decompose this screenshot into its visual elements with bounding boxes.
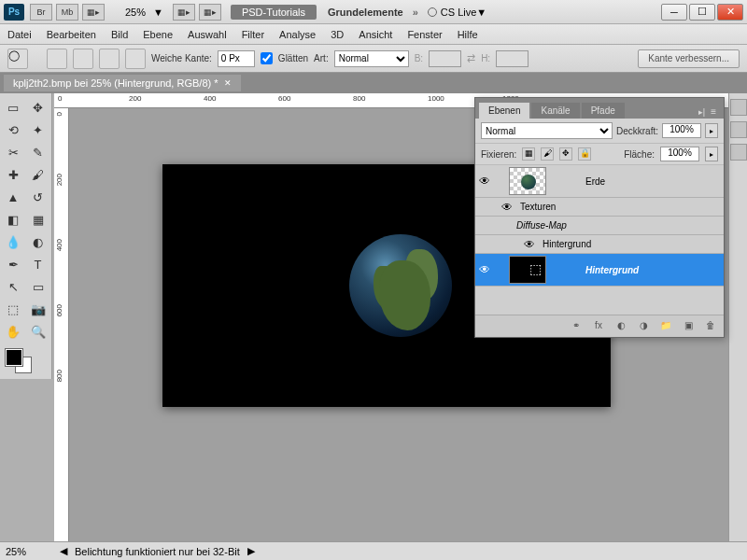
adjustment-layer-icon[interactable]: ◑	[636, 320, 651, 333]
selection-subtract-icon[interactable]	[99, 49, 120, 69]
visibility-icon[interactable]: 👁	[479, 175, 492, 188]
screen-mode-button[interactable]: ▦▸	[173, 4, 195, 21]
panel-menu-icon[interactable]: ≡	[707, 105, 720, 119]
selection-intersect-icon[interactable]	[125, 49, 146, 69]
refine-edge-button[interactable]: Kante verbessern...	[638, 49, 740, 68]
visibility-icon[interactable]: 👁	[524, 238, 537, 251]
document-tab[interactable]: kplj2th2.bmp bei 25% (Hintergrund, RGB/8…	[4, 75, 241, 91]
layer-group-icon[interactable]: 📁	[658, 320, 673, 333]
menu-bild[interactable]: Bild	[111, 29, 128, 40]
color-swatch[interactable]	[2, 347, 49, 375]
shape-tool[interactable]: ▭	[27, 276, 49, 297]
fill-value[interactable]: 100%	[660, 147, 699, 161]
move-tool[interactable]: ✥	[27, 97, 49, 118]
panel-collapse-icon[interactable]: ▸|	[697, 105, 707, 119]
lock-transparency-icon[interactable]: ▦	[522, 147, 535, 161]
lock-position-icon[interactable]: ✥	[559, 147, 572, 161]
menu-fenster[interactable]: Fenster	[407, 29, 442, 40]
dock-icon-2[interactable]	[730, 121, 747, 138]
lock-pixels-icon[interactable]: 🖌	[541, 147, 554, 161]
feather-label: Weiche Kante:	[151, 53, 212, 63]
layer-texturen[interactable]: 👁 Texturen	[475, 198, 724, 217]
workspace-badge[interactable]: PSD-Tutorials	[231, 5, 317, 20]
crop-tool[interactable]: ✂	[2, 142, 24, 162]
blend-mode-select[interactable]: Normal	[481, 122, 613, 139]
tool-preset-icon[interactable]: ◯	[7, 49, 28, 69]
selection-new-icon[interactable]	[47, 49, 67, 69]
dock-icon-1[interactable]	[730, 99, 747, 116]
tab-kanale[interactable]: Kanäle	[531, 103, 579, 119]
layer-diffuse-map[interactable]: Diffuse-Map	[475, 217, 724, 235]
style-select[interactable]: Normal	[334, 50, 409, 67]
menu-auswahl[interactable]: Auswahl	[188, 29, 227, 40]
foreground-color-swatch[interactable]	[6, 349, 22, 366]
layer-thumbnail[interactable]	[509, 167, 546, 195]
status-zoom[interactable]: 25%	[6, 546, 52, 557]
workspace-name[interactable]: Grundelemente	[328, 7, 403, 18]
layer-fx-icon[interactable]: fx	[591, 320, 606, 333]
visibility-icon[interactable]: 👁	[479, 263, 492, 276]
3d-tool[interactable]: ⬚	[2, 299, 24, 319]
menu-ebene[interactable]: Ebene	[143, 29, 173, 40]
menu-3d[interactable]: 3D	[331, 29, 344, 40]
menu-filter[interactable]: Filter	[242, 29, 264, 40]
dock-icon-3[interactable]	[730, 144, 747, 161]
layer-erde[interactable]: 👁 Erde	[475, 165, 724, 198]
history-brush-tool[interactable]: ↺	[27, 187, 49, 207]
close-button[interactable]: ✕	[717, 4, 743, 21]
tab-ebenen[interactable]: Ebenen	[479, 103, 529, 119]
eyedropper-tool[interactable]: ✎	[27, 142, 49, 162]
opacity-arrow-icon[interactable]: ▸	[705, 123, 718, 138]
delete-layer-icon[interactable]: 🗑	[703, 320, 718, 333]
path-tool[interactable]: ↖	[2, 276, 24, 297]
marquee-tool[interactable]: ▭	[2, 97, 24, 118]
workspace-more-icon[interactable]: »	[413, 7, 418, 18]
lasso-tool[interactable]: ⟲	[2, 119, 24, 140]
stamp-tool[interactable]: ▲	[2, 187, 24, 207]
3d-camera-tool[interactable]: 📷	[27, 299, 49, 319]
eraser-tool[interactable]: ◧	[2, 209, 24, 230]
pen-tool[interactable]: ✒	[2, 254, 24, 274]
feather-input[interactable]	[218, 50, 255, 67]
fill-arrow-icon[interactable]: ▸	[705, 147, 718, 161]
brush-tool[interactable]: 🖌	[27, 164, 49, 185]
cslive-button[interactable]: CS Live ▼	[428, 7, 486, 18]
menu-bearbeiten[interactable]: Bearbeiten	[47, 29, 96, 40]
fill-label: Fläche:	[624, 149, 655, 160]
link-layers-icon[interactable]: ⚭	[569, 320, 584, 333]
healing-tool[interactable]: ✚	[2, 164, 24, 185]
bridge-button[interactable]: Br	[30, 4, 52, 21]
maximize-button[interactable]: ☐	[689, 4, 715, 21]
status-next-icon[interactable]: ▶	[247, 545, 255, 557]
dodge-tool[interactable]: ◐	[27, 231, 49, 252]
opacity-label: Deckkraft:	[616, 126, 658, 136]
hand-tool[interactable]: ✋	[2, 321, 24, 342]
opacity-value[interactable]: 100%	[662, 123, 701, 138]
menu-datei[interactable]: Datei	[7, 29, 32, 40]
close-tab-icon[interactable]: ✕	[224, 78, 232, 88]
antialias-checkbox[interactable]	[261, 52, 273, 64]
minibridge-button[interactable]: Mb	[56, 4, 78, 21]
visibility-icon[interactable]: 👁	[501, 201, 514, 214]
tab-pfade[interactable]: Pfade	[582, 103, 625, 119]
status-nav-icon[interactable]: ◀	[60, 545, 67, 557]
minimize-button[interactable]: ─	[661, 4, 687, 21]
menu-analyse[interactable]: Analyse	[279, 29, 316, 40]
menu-hilfe[interactable]: Hilfe	[458, 29, 478, 40]
blur-tool[interactable]: 💧	[2, 231, 24, 252]
selection-add-icon[interactable]	[73, 49, 93, 69]
gradient-tool[interactable]: ▦	[27, 209, 49, 230]
layer-hintergrund-nested[interactable]: 👁 Hintergrund	[475, 235, 724, 254]
new-layer-icon[interactable]: ▣	[681, 320, 696, 333]
zoom-select[interactable]: 25%	[125, 7, 146, 18]
wand-tool[interactable]: ✦	[27, 119, 49, 140]
type-tool[interactable]: T	[27, 254, 49, 274]
zoom-tool[interactable]: 🔍	[27, 321, 49, 342]
extras-button[interactable]: ▦▸	[199, 4, 221, 21]
lock-label: Fixieren:	[481, 149, 516, 160]
layer-mask-icon[interactable]: ◐	[613, 320, 628, 333]
layer-hintergrund[interactable]: 👁 Hintergrund ⬚	[475, 254, 724, 287]
menu-ansicht[interactable]: Ansicht	[359, 29, 392, 40]
arrange-button[interactable]: ▦▸	[82, 4, 105, 21]
lock-all-icon[interactable]: 🔒	[578, 147, 591, 161]
